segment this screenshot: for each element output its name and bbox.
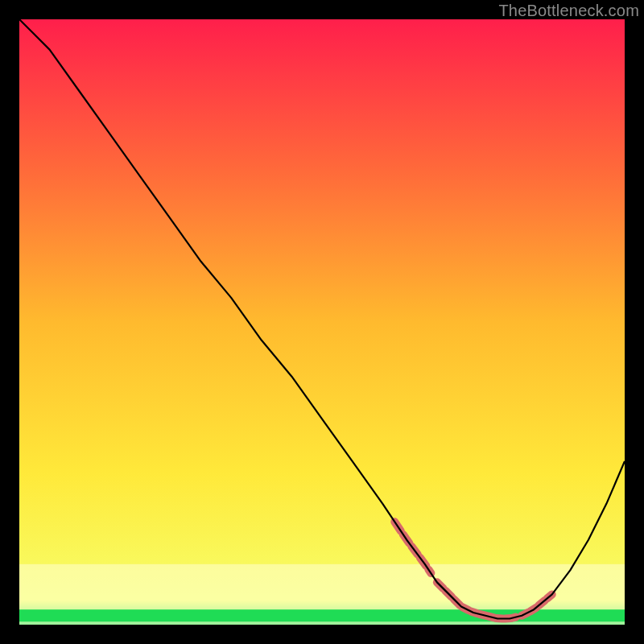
watermark-text: TheBottleneck.com: [498, 2, 639, 20]
chart-background: [19, 19, 625, 625]
bottleneck-chart: [19, 19, 625, 625]
chart-svg: [19, 19, 625, 625]
chart-frame: TheBottleneck.com: [0, 0, 644, 644]
